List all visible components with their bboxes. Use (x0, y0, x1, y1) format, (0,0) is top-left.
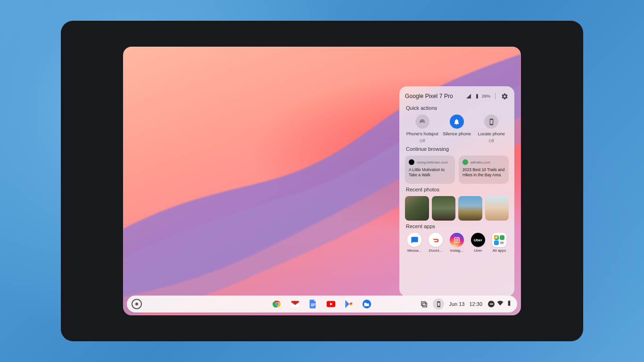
status-tray[interactable] (488, 300, 512, 308)
recent-apps-title: Recent apps (406, 223, 509, 229)
recent-photo-4[interactable] (485, 196, 509, 221)
device-bezel: Google Pixel 7 Pro 26% Quick actions (61, 21, 583, 341)
recent-photo-3[interactable] (458, 196, 482, 221)
uber-icon: Uber (471, 233, 485, 247)
bell-icon (450, 115, 464, 129)
header-divider (495, 93, 495, 99)
continue-browsing-title: Continue browsing (406, 146, 509, 152)
shelf-status-area: Jun 13 12:30 (420, 298, 512, 310)
browse-title-0: A Little Motivation to Take a Walk (409, 167, 451, 177)
browse-title-1: 2023 Best 10 Trails and Hikes in the Bay… (462, 167, 505, 177)
browse-card-nyt[interactable]: newyorktimes.com A Little Motivation to … (405, 156, 455, 184)
doordash-icon (429, 233, 443, 247)
hotspot-label: Phone's hotspot (406, 131, 438, 136)
locate-sub: Off (489, 139, 494, 143)
recent-app-instagram[interactable]: Instag... (447, 233, 466, 253)
recent-app-allapps[interactable]: M 54 All apps (490, 233, 509, 253)
phone-battery-pct: 26% (482, 94, 490, 99)
phone-hub-settings-button[interactable] (500, 92, 509, 100)
recent-photo-2[interactable] (432, 196, 456, 221)
recent-app-uber[interactable]: Uber Uber (469, 233, 487, 253)
quick-actions-title: Quick actions (406, 105, 509, 111)
quick-action-hotspot[interactable]: Phone's hotspot Off (405, 115, 439, 143)
hotspot-sub: Off (420, 139, 425, 143)
locate-label: Locate phone (478, 131, 505, 136)
phone-battery: 26% (474, 93, 490, 99)
shelf: Jun 13 12:30 (127, 296, 517, 313)
shelf-pinned-apps (272, 298, 372, 310)
shelf-app-files[interactable] (361, 298, 372, 310)
instagram-icon (450, 233, 464, 247)
shelf-app-gmail[interactable] (289, 298, 301, 310)
shelf-time[interactable]: 12:30 (469, 301, 482, 307)
browse-site-1: alltrails.com (471, 160, 490, 165)
browse-site-0: newyorktimes.com (417, 160, 448, 165)
quick-action-silence[interactable]: Silence phone (440, 115, 474, 143)
phone-signal-icon (466, 93, 471, 99)
messages-icon (407, 233, 421, 247)
shelf-app-chrome[interactable] (272, 298, 283, 310)
phone-hub-panel: Google Pixel 7 Pro 26% Quick actions (399, 86, 514, 296)
chromebook-screen: Google Pixel 7 Pro 26% Quick actions (123, 47, 521, 315)
recent-app-doordash[interactable]: Doord... (426, 233, 445, 253)
nyt-favicon (409, 159, 414, 165)
holding-space-icon[interactable] (420, 300, 428, 308)
shelf-date[interactable]: Jun 13 (449, 301, 464, 307)
recent-photo-1[interactable] (405, 196, 429, 221)
svg-point-0 (422, 121, 423, 122)
svg-rect-9 (311, 304, 315, 305)
silence-label: Silence phone (443, 131, 471, 136)
recent-photos-title: Recent photos (406, 187, 509, 192)
launcher-button[interactable] (132, 299, 142, 309)
hotspot-icon (415, 115, 429, 129)
dnd-icon (488, 301, 495, 307)
shelf-app-docs[interactable] (307, 298, 319, 310)
svg-point-3 (458, 238, 459, 239)
svg-point-2 (456, 239, 458, 241)
alltrails-favicon (462, 159, 468, 165)
phone-hub-header: Google Pixel 7 Pro 26% (405, 92, 509, 100)
battery-icon (506, 300, 512, 308)
recent-app-messages[interactable]: Messa... (405, 233, 424, 253)
page-background: Google Pixel 7 Pro 26% Quick actions (0, 0, 644, 362)
all-apps-icon: M 54 (492, 233, 506, 247)
svg-rect-10 (311, 306, 314, 306)
browse-card-alltrails[interactable]: alltrails.com 2023 Best 10 Trails and Hi… (459, 156, 509, 184)
quick-action-locate[interactable]: Locate phone Off (474, 115, 508, 143)
shelf-app-youtube[interactable] (325, 298, 337, 310)
wifi-icon (497, 300, 504, 308)
shelf-app-play-store[interactable] (343, 298, 355, 310)
phone-hub-tray-button[interactable] (433, 298, 444, 310)
svg-rect-8 (311, 304, 315, 304)
phone-name: Google Pixel 7 Pro (405, 93, 463, 99)
locate-icon (484, 115, 498, 129)
